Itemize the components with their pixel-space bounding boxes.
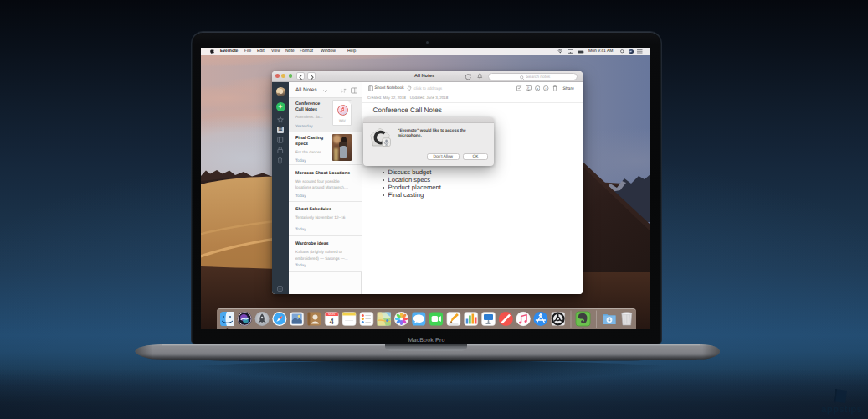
svg-text:P: P <box>527 86 530 90</box>
svg-text:i: i <box>546 86 547 91</box>
svg-text:4: 4 <box>330 318 335 327</box>
svg-text:a: a <box>537 87 539 91</box>
svg-text:MON: MON <box>328 313 335 316</box>
svg-text:appstips: appstips <box>821 405 862 415</box>
